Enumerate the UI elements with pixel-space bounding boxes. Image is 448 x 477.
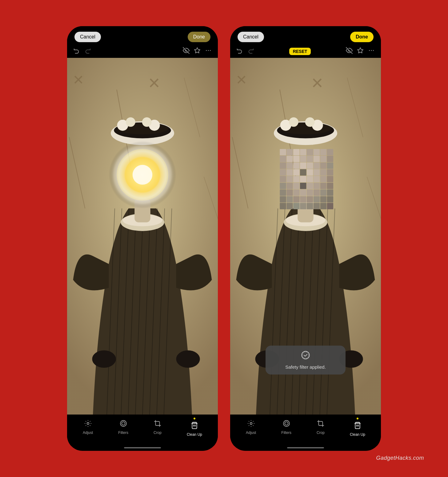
svg-point-31 xyxy=(142,117,152,127)
left-cleanup-tool[interactable]: Clean Up xyxy=(187,418,202,437)
svg-rect-140 xyxy=(280,203,286,209)
right-adjust-label: Adjust xyxy=(246,431,256,435)
hide-icon[interactable] xyxy=(183,47,190,55)
left-phone: Cancel Done xyxy=(67,26,218,451)
safety-filter-icon xyxy=(301,351,310,362)
svg-point-47 xyxy=(371,50,372,51)
right-cancel-button[interactable]: Cancel xyxy=(238,32,264,42)
svg-text:×: × xyxy=(236,70,247,89)
right-adjust-tool[interactable]: Adjust xyxy=(246,419,256,435)
svg-point-150 xyxy=(302,351,310,359)
svg-rect-138 xyxy=(320,196,327,202)
left-adjust-tool[interactable]: Adjust xyxy=(83,419,93,435)
svg-rect-110 xyxy=(293,176,300,182)
outer-frame: Cancel Done xyxy=(12,11,436,466)
svg-rect-118 xyxy=(293,183,300,189)
watermark: GadgetHacks.com xyxy=(376,455,424,461)
svg-point-158 xyxy=(308,355,309,356)
svg-point-37 xyxy=(176,350,200,368)
active-tool-dot xyxy=(194,418,195,419)
right-cleanup-label: Clean Up xyxy=(350,432,365,437)
svg-rect-126 xyxy=(293,190,300,196)
svg-rect-108 xyxy=(280,176,286,182)
svg-rect-98 xyxy=(320,162,327,169)
svg-rect-120 xyxy=(307,183,313,189)
svg-rect-125 xyxy=(286,190,293,196)
svg-rect-132 xyxy=(280,196,286,202)
right-cleanup-icon xyxy=(354,421,362,431)
svg-point-162 xyxy=(307,357,308,358)
svg-rect-121 xyxy=(314,183,320,189)
cleanup-label: Clean Up xyxy=(187,432,202,437)
svg-point-160 xyxy=(304,358,305,359)
svg-point-41 xyxy=(123,422,124,422)
svg-rect-142 xyxy=(293,203,300,209)
svg-rect-91 xyxy=(327,156,334,162)
filters-icon xyxy=(119,419,127,429)
svg-rect-119 xyxy=(300,183,306,189)
right-redo-icon[interactable] xyxy=(247,47,254,55)
svg-point-151 xyxy=(303,352,304,353)
svg-text:×: × xyxy=(311,72,323,94)
right-undo-redo xyxy=(236,47,254,55)
left-right-icons xyxy=(183,47,212,55)
right-home-indicator xyxy=(287,447,324,448)
left-cancel-button[interactable]: Cancel xyxy=(74,32,101,42)
svg-rect-100 xyxy=(280,169,286,176)
more-options-icon[interactable] xyxy=(205,47,212,55)
svg-point-157 xyxy=(302,355,303,356)
svg-rect-111 xyxy=(300,176,306,182)
undo-icon[interactable] xyxy=(73,47,80,55)
svg-point-159 xyxy=(303,357,304,358)
right-hide-icon[interactable] xyxy=(346,47,353,55)
right-crop-tool[interactable]: Crop xyxy=(317,419,325,435)
svg-rect-107 xyxy=(327,169,334,176)
svg-rect-96 xyxy=(307,162,313,169)
svg-rect-124 xyxy=(280,190,286,196)
svg-rect-131 xyxy=(327,190,334,196)
svg-point-75 xyxy=(305,117,315,127)
left-bottom-toolbar: Adjust Filters Crop xyxy=(67,415,218,446)
right-photo-area: × × xyxy=(230,58,381,415)
svg-rect-109 xyxy=(286,176,293,182)
svg-rect-81 xyxy=(314,149,320,155)
left-done-button[interactable]: Done xyxy=(188,32,210,42)
svg-point-2 xyxy=(206,50,207,51)
cleanup-icon xyxy=(190,421,198,431)
svg-point-73 xyxy=(289,117,298,127)
left-crop-tool[interactable]: Crop xyxy=(154,419,162,435)
svg-rect-104 xyxy=(307,169,313,176)
svg-rect-167 xyxy=(358,425,358,427)
svg-rect-166 xyxy=(357,425,357,427)
svg-point-165 xyxy=(285,422,288,425)
right-more-options-icon[interactable] xyxy=(368,47,375,55)
svg-rect-143 xyxy=(300,203,306,209)
svg-text:×: × xyxy=(73,70,84,89)
adjust-label: Adjust xyxy=(83,431,93,435)
svg-rect-80 xyxy=(307,149,313,155)
redo-icon[interactable] xyxy=(84,47,91,55)
svg-rect-83 xyxy=(327,149,334,155)
svg-rect-99 xyxy=(327,162,334,169)
right-active-tool-dot xyxy=(357,418,358,419)
svg-rect-114 xyxy=(320,176,327,182)
right-bottom-toolbar: Adjust Filters Crop xyxy=(230,415,381,446)
svg-rect-77 xyxy=(286,149,293,155)
svg-rect-128 xyxy=(307,190,313,196)
svg-point-48 xyxy=(373,50,374,51)
left-filters-tool[interactable]: Filters xyxy=(118,419,128,435)
svg-point-39 xyxy=(120,420,126,427)
svg-point-4 xyxy=(210,50,211,51)
svg-rect-146 xyxy=(320,203,327,209)
right-done-button[interactable]: Done xyxy=(350,32,374,42)
svg-point-38 xyxy=(87,423,89,425)
auto-enhance-icon[interactable] xyxy=(194,47,201,55)
right-auto-enhance-icon[interactable] xyxy=(357,47,364,55)
svg-rect-97 xyxy=(314,162,320,169)
reset-button[interactable]: RESET xyxy=(289,48,311,55)
right-cleanup-tool[interactable]: Clean Up xyxy=(350,418,365,437)
right-filters-tool[interactable]: Filters xyxy=(281,419,291,435)
right-undo-icon[interactable] xyxy=(236,47,243,55)
crop-icon xyxy=(154,419,162,429)
svg-point-36 xyxy=(92,350,116,368)
